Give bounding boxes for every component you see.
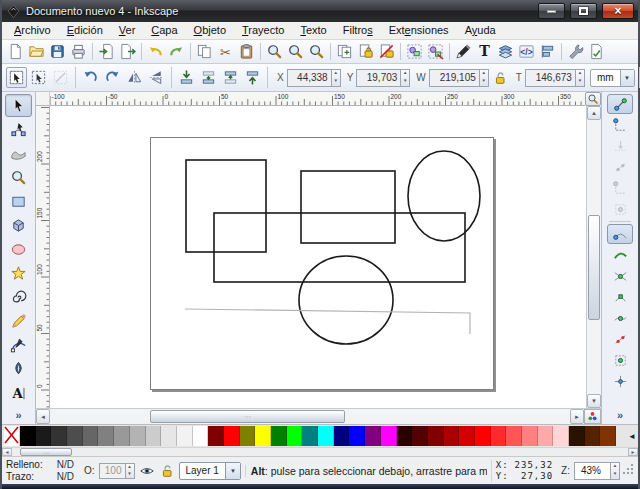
palette-swatch[interactable] — [193, 426, 209, 446]
palette-swatch[interactable] — [459, 426, 475, 446]
zoom-to-selection[interactable] — [264, 41, 285, 62]
flip-horizontal[interactable] — [124, 67, 145, 88]
layer-lock-button[interactable] — [159, 461, 175, 481]
canvas[interactable] — [50, 106, 586, 408]
minimize-button[interactable] — [538, 3, 565, 19]
palette-swatch[interactable] — [67, 426, 83, 446]
palette-swatch[interactable] — [161, 426, 177, 446]
spiral-tool[interactable] — [5, 286, 32, 309]
palette-swatch[interactable] — [475, 426, 491, 446]
snap-bounding-box[interactable] — [607, 115, 633, 135]
width-field[interactable]: 219,105 ▲▼ — [429, 69, 489, 87]
palette-swatch[interactable] — [412, 426, 428, 446]
import[interactable] — [96, 41, 117, 62]
scroll-up-icon[interactable]: ▲ — [587, 106, 601, 120]
x-field-spinner[interactable]: ▲▼ — [331, 69, 341, 87]
raise-step[interactable] — [220, 67, 241, 88]
palette-swatch[interactable] — [240, 426, 256, 446]
lock-ratio-icon[interactable] — [492, 70, 508, 86]
palette-swatch[interactable] — [553, 426, 569, 446]
palette-scroll-left-icon[interactable]: ◄ — [628, 425, 636, 447]
palette-swatch[interactable] — [271, 426, 287, 446]
palette-swatch[interactable] — [428, 426, 444, 446]
horizontal-scroll-track[interactable]: ⋯ — [50, 409, 570, 424]
palette-swatch[interactable] — [208, 426, 224, 446]
snap-rotation-centers[interactable] — [607, 371, 633, 391]
bottom-circle-shape[interactable] — [299, 256, 393, 344]
calligraphy-tool[interactable] — [5, 358, 32, 381]
menu-extensiones[interactable]: Extensiones — [381, 23, 457, 38]
duplicate[interactable] — [334, 41, 355, 62]
palette-swatch[interactable] — [569, 426, 585, 446]
layers-dialog[interactable] — [495, 41, 516, 62]
copy[interactable] — [194, 41, 215, 62]
ungroup-objects[interactable] — [425, 41, 446, 62]
menu-filtros[interactable]: Filtros — [335, 23, 381, 38]
menu-ayuda[interactable]: Ayuda — [457, 23, 504, 38]
selector-tool[interactable] — [5, 94, 32, 117]
toolbox-overflow-icon[interactable]: » — [15, 407, 21, 424]
palette-swatch[interactable] — [36, 426, 52, 446]
palette-swatch[interactable] — [381, 426, 397, 446]
align-distribute[interactable] — [537, 41, 558, 62]
square-shape[interactable] — [186, 160, 266, 252]
height-field[interactable]: 146,673 ▲▼ — [525, 69, 585, 87]
opacity-spinbox[interactable]: 100 ▲▼ — [99, 463, 135, 479]
palette-swatch[interactable] — [98, 426, 114, 446]
snap-bbox-centers[interactable] — [607, 199, 633, 219]
new-document[interactable] — [5, 41, 26, 62]
enable-snapping[interactable] — [607, 94, 633, 114]
snap-nodes[interactable] — [607, 224, 633, 244]
snap-line-midpoints[interactable] — [607, 329, 633, 349]
palette-swatch[interactable] — [255, 426, 271, 446]
save-document[interactable] — [47, 41, 68, 62]
cut[interactable]: ✂ — [215, 41, 236, 62]
rectangle-tool[interactable] — [5, 190, 32, 213]
palette-swatch[interactable] — [538, 426, 554, 446]
palette-swatch[interactable] — [224, 426, 240, 446]
raise-to-top[interactable] — [242, 67, 263, 88]
print-document[interactable] — [68, 41, 89, 62]
export[interactable] — [117, 41, 138, 62]
menu-objeto[interactable]: Objeto — [186, 23, 234, 38]
xml-editor[interactable]: </> — [516, 41, 537, 62]
deselect[interactable] — [50, 67, 71, 88]
palette-scroll-track[interactable]: ⋯ — [12, 448, 628, 456]
layer-dropdown-icon[interactable]: ▼ — [225, 463, 240, 479]
document-properties[interactable] — [586, 41, 607, 62]
star-tool[interactable] — [5, 262, 32, 285]
menu-capa[interactable]: Capa — [143, 23, 185, 38]
layer-selector[interactable]: Layer 1 ▼ — [179, 462, 241, 480]
unlink-clone[interactable] — [376, 41, 397, 62]
x-field-value[interactable]: 44,338 — [287, 69, 331, 87]
menu-edición[interactable]: Edición — [59, 23, 111, 38]
bezier-tool[interactable] — [5, 334, 32, 357]
height-field-value[interactable]: 146,673 — [525, 69, 575, 87]
snap-path-intersections[interactable] — [607, 266, 633, 286]
gray-polyline-shape[interactable] — [185, 309, 470, 334]
rotate-ccw[interactable] — [80, 67, 101, 88]
open-document[interactable] — [26, 41, 47, 62]
zoom-value[interactable]: 43% — [574, 462, 610, 480]
group-objects[interactable] — [404, 41, 425, 62]
layer-visibility-button[interactable] — [139, 461, 155, 481]
snap-smooth-nodes[interactable] — [607, 308, 633, 328]
menu-archivo[interactable]: Archivo — [6, 23, 59, 38]
snap-cusp-nodes[interactable] — [607, 287, 633, 307]
palette-swatch[interactable] — [600, 426, 616, 446]
flip-vertical[interactable] — [146, 67, 167, 88]
text-tool[interactable]: A — [5, 382, 32, 405]
fill-stroke-indicator[interactable]: Relleno: N/D Trazo: N/D — [6, 459, 74, 483]
scroll-right-icon[interactable]: ► — [570, 409, 584, 424]
palette-swatch[interactable] — [365, 426, 381, 446]
palette-swatch[interactable] — [506, 426, 522, 446]
y-field-spinner[interactable]: ▲▼ — [400, 69, 410, 87]
close-button[interactable]: × — [602, 3, 634, 19]
color-managed-view-button[interactable] — [584, 409, 601, 424]
palette-scroll-thumb[interactable]: ⋯ — [20, 448, 72, 456]
pencil-tool[interactable] — [5, 310, 32, 333]
node-tool[interactable] — [5, 118, 32, 141]
wide-rectangle-shape[interactable] — [214, 213, 465, 282]
zoom-spinbox[interactable]: 43% ▲▼ — [574, 462, 620, 480]
opacity-value[interactable]: 100 — [99, 463, 125, 479]
